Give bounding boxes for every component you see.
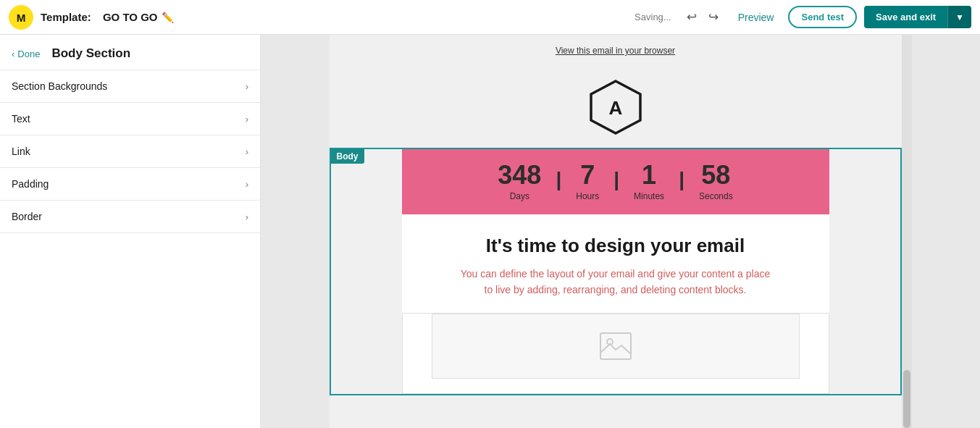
countdown-minutes-number: 1 bbox=[642, 162, 656, 188]
undo-redo-group: ↩ ↪ bbox=[682, 6, 724, 28]
left-panel: ‹ Done Body Section Section Backgrounds … bbox=[0, 35, 261, 428]
logo-section: A bbox=[330, 64, 902, 148]
text-chevron-icon: › bbox=[246, 114, 248, 125]
email-canvas: View this email in your browser A Body 3… bbox=[330, 35, 902, 428]
right-scrollbar[interactable] bbox=[902, 35, 912, 428]
image-placeholder-icon bbox=[600, 332, 632, 360]
countdown-days: 348 Days bbox=[483, 162, 556, 201]
save-exit-button[interactable]: Save and exit bbox=[864, 6, 947, 28]
template-label: Template: bbox=[41, 11, 91, 23]
back-arrow-icon: ‹ bbox=[12, 49, 14, 59]
body-label: Body bbox=[331, 149, 364, 164]
main-layout: ‹ Done Body Section Section Backgrounds … bbox=[0, 35, 980, 428]
save-exit-group: Save and exit ▼ bbox=[864, 6, 971, 28]
section-backgrounds-section: Section Backgrounds › bbox=[0, 70, 260, 103]
section-backgrounds-toggle[interactable]: Section Backgrounds › bbox=[0, 70, 260, 102]
countdown-divider-2: | bbox=[613, 168, 619, 201]
body-section-wrapper: Body 348 Days | 7 Hours | 1 Minute bbox=[330, 148, 902, 395]
svg-rect-4 bbox=[600, 333, 631, 359]
countdown-seconds-label: Seconds bbox=[699, 191, 733, 201]
svg-text:A: A bbox=[608, 97, 622, 119]
back-button[interactable]: ‹ Done bbox=[12, 49, 40, 59]
countdown-seconds-number: 58 bbox=[701, 162, 730, 188]
hex-logo-icon: A bbox=[587, 78, 645, 136]
countdown-hours-label: Hours bbox=[576, 191, 599, 201]
link-section: Link › bbox=[0, 135, 260, 168]
mailchimp-logo: M bbox=[9, 5, 33, 30]
padding-section: Padding › bbox=[0, 168, 260, 201]
border-chevron-icon: › bbox=[246, 211, 248, 222]
countdown-divider-1: | bbox=[556, 168, 561, 201]
view-browser-link[interactable]: View this email in your browser bbox=[556, 46, 675, 56]
countdown-divider-3: | bbox=[679, 168, 684, 201]
view-browser-bar: View this email in your browser bbox=[330, 35, 902, 64]
right-scrollbar-thumb bbox=[903, 370, 910, 428]
svg-text:M: M bbox=[17, 12, 26, 24]
countdown-seconds: 58 Seconds bbox=[684, 162, 747, 201]
countdown-minutes-label: Minutes bbox=[634, 191, 664, 201]
countdown-days-number: 348 bbox=[498, 162, 541, 188]
edit-title-icon[interactable]: ✏️ bbox=[162, 12, 174, 23]
content-section: It's time to design your email You can d… bbox=[402, 214, 829, 313]
padding-label: Padding bbox=[12, 178, 49, 190]
content-body-text: You can define the layout of your email … bbox=[456, 266, 775, 298]
border-section: Border › bbox=[0, 201, 260, 233]
content-heading: It's time to design your email bbox=[486, 235, 745, 257]
countdown-days-label: Days bbox=[510, 191, 529, 201]
saving-status: Saving... bbox=[635, 12, 671, 22]
save-exit-dropdown-button[interactable]: ▼ bbox=[947, 6, 971, 28]
section-backgrounds-label: Section Backgrounds bbox=[12, 80, 107, 92]
countdown-hours: 7 Hours bbox=[561, 162, 613, 201]
redo-button[interactable]: ↪ bbox=[703, 6, 724, 28]
text-label: Text bbox=[12, 113, 30, 125]
border-label: Border bbox=[12, 211, 42, 222]
link-chevron-icon: › bbox=[246, 146, 248, 157]
link-toggle[interactable]: Link › bbox=[0, 135, 260, 167]
countdown-hours-number: 7 bbox=[580, 162, 595, 188]
send-test-button[interactable]: Send test bbox=[788, 6, 857, 28]
border-toggle[interactable]: Border › bbox=[0, 201, 260, 232]
top-nav: M Template: GO TO GO ✏️ Saving... ↩ ↪ Pr… bbox=[0, 0, 980, 35]
template-title: Template: GO TO GO ✏️ bbox=[41, 11, 174, 23]
link-label: Link bbox=[12, 146, 30, 157]
padding-chevron-icon: › bbox=[246, 179, 248, 190]
section-backgrounds-chevron-icon: › bbox=[246, 81, 248, 92]
countdown-section: 348 Days | 7 Hours | 1 Minutes | bbox=[402, 149, 829, 214]
image-placeholder bbox=[432, 314, 800, 379]
canvas-area: View this email in your browser A Body 3… bbox=[261, 35, 980, 428]
preview-button[interactable]: Preview bbox=[731, 7, 782, 28]
template-name: GO TO GO bbox=[103, 11, 158, 23]
countdown-minutes: 1 Minutes bbox=[619, 162, 679, 201]
padding-toggle[interactable]: Padding › bbox=[0, 168, 260, 200]
panel-header: ‹ Done Body Section bbox=[0, 35, 260, 70]
text-section: Text › bbox=[0, 103, 260, 135]
undo-button[interactable]: ↩ bbox=[682, 6, 702, 28]
panel-title: Body Section bbox=[51, 46, 130, 61]
text-toggle[interactable]: Text › bbox=[0, 103, 260, 135]
image-section bbox=[402, 313, 829, 394]
back-label: Done bbox=[17, 49, 40, 59]
